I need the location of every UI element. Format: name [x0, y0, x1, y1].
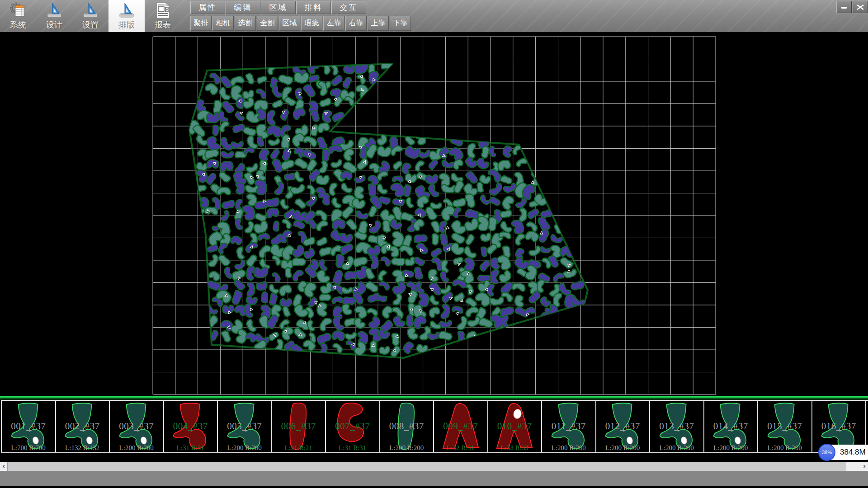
piece-label: 012_#37 [596, 421, 650, 432]
piece-lr-count: L:200 R:200 [542, 444, 595, 452]
system-icon [9, 1, 27, 19]
close-icon [856, 4, 864, 11]
piece-lr-count: L:31 R:31 [326, 444, 379, 452]
piece-label: 015_#37 [758, 421, 811, 432]
design-icon [45, 1, 63, 19]
action-button-4[interactable]: 全割 [257, 16, 278, 31]
top-toolbar: 系统 设计 设置 排版 报表 属性编辑区域排料交互 [0, 0, 868, 32]
piece-lr-count: L:200 R:200 [380, 444, 434, 452]
tray-item-013[interactable]: 013_#37 L:200 R:200 [650, 401, 704, 452]
piece-label: 010_#37 [488, 421, 542, 432]
piece-lr-count: L:200 R:200 [758, 444, 811, 452]
piece-label: 005_#37 [218, 421, 271, 432]
mode-button-label: 设计 [46, 19, 62, 30]
piece-label: 002_#37 [56, 421, 109, 432]
piece-lr-count: L:200 R:200 [110, 444, 163, 452]
action-button-3[interactable]: 选割 [235, 16, 256, 31]
settings-icon [81, 1, 99, 19]
pieces-tray: 001_#37 L:700 R:700 002_#37 L:132 R:132 … [0, 396, 868, 457]
progress-percent: 38% [822, 450, 832, 455]
mode-button-2[interactable]: 设计 [36, 0, 72, 32]
action-button-10[interactable]: 下靠 [390, 16, 411, 31]
piece-label: 016_#37 [812, 421, 866, 432]
scroll-left-arrow[interactable]: ‹ [0, 462, 7, 471]
window-bottom-band [0, 471, 868, 486]
action-button-9[interactable]: 上靠 [368, 16, 389, 31]
piece-lr-count: L:200 R:200 [596, 444, 650, 452]
application-window: 系统 设计 设置 排版 报表 属性编辑区域排料交互 [0, 0, 868, 488]
piece-lr-count: L:21 R:21 [272, 444, 326, 452]
tray-item-015[interactable]: 015_#37 L:200 R:200 [758, 401, 812, 452]
piece-label: 001_#37 [2, 421, 55, 432]
mode-button-1[interactable]: 系统 [0, 0, 36, 32]
menu-tab-4[interactable]: 排料 [296, 1, 331, 14]
tray-item-009[interactable]: 009_#37 L:32 R:31 [434, 401, 488, 452]
action-button-5[interactable]: 区域 [279, 16, 300, 31]
tray-top-border2 [0, 399, 868, 399]
tray-item-005[interactable]: 005_#37 L:200 R:200 [218, 401, 272, 452]
minimize-button[interactable] [836, 1, 852, 13]
tray-item-003[interactable]: 003_#37 L:200 R:200 [110, 401, 164, 452]
tray-item-001[interactable]: 001_#37 L:700 R:700 [1, 401, 56, 452]
piece-label: 004_#37 [164, 421, 217, 432]
menu-tab-1[interactable]: 属性 [190, 1, 225, 14]
scrollbar-thumb[interactable] [7, 462, 846, 471]
piece-label: 014_#37 [704, 421, 758, 432]
minimize-icon [840, 4, 848, 11]
action-button-7[interactable]: 左靠 [323, 16, 344, 31]
mode-button-label: 设置 [82, 19, 99, 30]
mode-button-5[interactable]: 报表 [145, 0, 181, 32]
action-button-2[interactable]: 相机 [212, 16, 234, 31]
action-button-row: 聚排相机选割全割区域瑕疵左靠右靠上靠下靠 [190, 16, 411, 31]
piece-label: 006_#37 [272, 421, 326, 432]
action-button-1[interactable]: 聚排 [190, 16, 212, 31]
menu-tab-3[interactable]: 区域 [261, 1, 296, 14]
status-badge: 38% 384.8M [819, 445, 868, 460]
window-bottom-edge [0, 486, 868, 488]
piece-label: 003_#37 [110, 421, 163, 432]
tray-item-014[interactable]: 014_#37 L:200 R:200 [704, 401, 759, 452]
memory-indicator: 384.8M [840, 445, 866, 460]
tray-item-004[interactable]: 004_#37 L:31 R:31 [164, 401, 218, 452]
mode-button-label: 排版 [118, 19, 135, 30]
piece-label: 011_#37 [542, 421, 595, 432]
piece-lr-count: L:200 R:200 [218, 444, 271, 452]
tray-item-002[interactable]: 002_#37 L:132 R:132 [56, 401, 110, 452]
mode-button-4[interactable]: 排版 [108, 0, 145, 32]
action-button-8[interactable]: 右靠 [345, 16, 367, 31]
tray-cells: 001_#37 L:700 R:700 002_#37 L:132 R:132 … [1, 400, 868, 453]
piece-lr-count: L:200 R:200 [704, 444, 758, 452]
tray-top-border [0, 396, 868, 398]
tray-item-012[interactable]: 012_#37 L:200 R:200 [596, 401, 651, 452]
scroll-right-arrow[interactable]: › [861, 462, 868, 471]
tray-item-007[interactable]: 007_#37 L:31 R:31 [326, 401, 380, 452]
main-mode-buttons: 系统 设计 设置 排版 报表 [0, 0, 181, 32]
piece-lr-count: L:200 R:200 [650, 444, 703, 452]
action-button-6[interactable]: 瑕疵 [301, 16, 322, 31]
horizontal-scrollbar[interactable]: ‹ › [0, 462, 868, 471]
piece-lr-count: L:700 R:700 [2, 444, 55, 452]
mode-button-label: 报表 [155, 19, 171, 30]
menu-tab-2[interactable]: 编辑 [226, 1, 260, 14]
close-button[interactable] [853, 1, 868, 13]
progress-percent-badge: 38% [818, 444, 835, 461]
tray-item-010[interactable]: 010_#37 L:33 R:33 [488, 401, 542, 452]
piece-lr-count: L:31 R:31 [164, 444, 217, 452]
piece-label: 008_#37 [380, 421, 434, 432]
tray-item-011[interactable]: 011_#37 L:200 R:200 [542, 401, 596, 452]
mode-button-label: 系统 [10, 19, 26, 30]
piece-lr-count: L:132 R:132 [56, 444, 109, 452]
window-controls [836, 1, 868, 13]
piece-label: 013_#37 [650, 421, 703, 432]
piece-lr-count: L:32 R:31 [434, 444, 487, 452]
layout-icon [118, 1, 136, 19]
tray-item-006[interactable]: 006_#37 L:21 R:21 [272, 401, 326, 452]
mode-button-3[interactable]: 设置 [72, 0, 108, 32]
piece-label: 007_#37 [326, 421, 379, 432]
menu-tab-5[interactable]: 交互 [331, 1, 366, 14]
menu-tab-row: 属性编辑区域排料交互 [190, 1, 366, 14]
piece-label: 009_#37 [434, 421, 487, 432]
piece-lr-count: L:33 R:33 [488, 444, 542, 452]
report-icon [154, 1, 172, 19]
tray-item-008[interactable]: 008_#37 L:200 R:200 [380, 401, 434, 452]
